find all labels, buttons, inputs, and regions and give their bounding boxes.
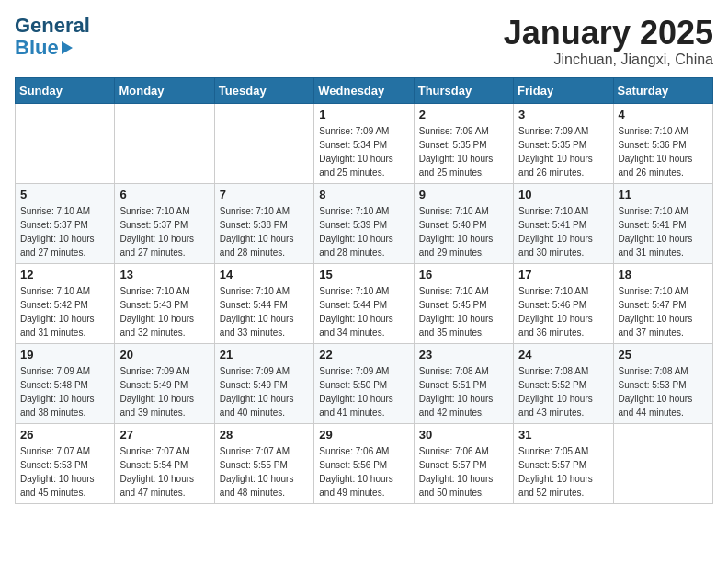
day-info: Sunrise: 7:10 AMSunset: 5:36 PMDaylight:… xyxy=(619,124,708,179)
day-number: 15 xyxy=(319,268,408,282)
logo-general-text: General xyxy=(15,15,90,37)
day-number: 24 xyxy=(518,348,608,362)
calendar-header-wednesday: Wednesday xyxy=(314,77,414,103)
day-info: Sunrise: 7:10 AMSunset: 5:42 PMDaylight:… xyxy=(20,284,109,339)
location-title: Jinchuan, Jiangxi, China xyxy=(504,52,713,68)
calendar-cell: 10Sunrise: 7:10 AMSunset: 5:41 PMDayligh… xyxy=(514,183,613,263)
calendar-cell: 11Sunrise: 7:10 AMSunset: 5:41 PMDayligh… xyxy=(613,183,712,263)
calendar-cell xyxy=(214,103,313,183)
calendar-cell: 1Sunrise: 7:09 AMSunset: 5:34 PMDaylight… xyxy=(314,103,414,183)
day-number: 19 xyxy=(20,348,109,362)
calendar-week-row: 26Sunrise: 7:07 AMSunset: 5:53 PMDayligh… xyxy=(16,423,713,503)
logo-blue-text: Blue xyxy=(15,37,59,59)
calendar-cell: 20Sunrise: 7:09 AMSunset: 5:49 PMDayligh… xyxy=(115,343,214,423)
logo-triangle-icon xyxy=(62,41,73,54)
day-info: Sunrise: 7:06 AMSunset: 5:56 PMDaylight:… xyxy=(319,444,408,500)
day-number: 18 xyxy=(619,268,708,282)
calendar-header-sunday: Sunday xyxy=(16,77,115,103)
day-number: 7 xyxy=(220,188,309,201)
calendar-cell: 23Sunrise: 7:08 AMSunset: 5:51 PMDayligh… xyxy=(414,343,513,423)
day-number: 12 xyxy=(20,268,109,282)
calendar-cell: 4Sunrise: 7:10 AMSunset: 5:36 PMDaylight… xyxy=(613,103,712,183)
calendar-cell: 30Sunrise: 7:06 AMSunset: 5:57 PMDayligh… xyxy=(414,423,513,503)
day-number: 9 xyxy=(419,188,508,201)
calendar-cell: 12Sunrise: 7:10 AMSunset: 5:42 PMDayligh… xyxy=(16,263,115,343)
day-number: 21 xyxy=(220,348,309,362)
calendar-header-tuesday: Tuesday xyxy=(214,77,313,103)
calendar-cell xyxy=(16,103,115,183)
calendar-header-friday: Friday xyxy=(514,77,613,103)
day-number: 31 xyxy=(518,428,608,442)
day-info: Sunrise: 7:10 AMSunset: 5:43 PMDaylight:… xyxy=(119,284,209,339)
calendar-header-monday: Monday xyxy=(115,77,214,103)
day-info: Sunrise: 7:07 AMSunset: 5:54 PMDaylight:… xyxy=(119,444,209,500)
day-info: Sunrise: 7:10 AMSunset: 5:44 PMDaylight:… xyxy=(220,284,309,339)
calendar-cell: 19Sunrise: 7:09 AMSunset: 5:48 PMDayligh… xyxy=(16,343,115,423)
day-info: Sunrise: 7:10 AMSunset: 5:45 PMDaylight:… xyxy=(419,284,508,339)
day-info: Sunrise: 7:10 AMSunset: 5:38 PMDaylight:… xyxy=(220,204,309,259)
calendar-table: SundayMondayTuesdayWednesdayThursdayFrid… xyxy=(15,77,713,504)
calendar-cell: 6Sunrise: 7:10 AMSunset: 5:37 PMDaylight… xyxy=(115,183,214,263)
day-info: Sunrise: 7:07 AMSunset: 5:53 PMDaylight:… xyxy=(20,444,109,500)
calendar-cell xyxy=(613,423,712,503)
day-info: Sunrise: 7:10 AMSunset: 5:37 PMDaylight:… xyxy=(119,204,209,259)
day-number: 10 xyxy=(518,188,608,201)
day-number: 3 xyxy=(518,108,608,121)
day-info: Sunrise: 7:09 AMSunset: 5:49 PMDaylight:… xyxy=(119,364,209,419)
day-number: 16 xyxy=(419,268,508,282)
calendar-cell: 15Sunrise: 7:10 AMSunset: 5:44 PMDayligh… xyxy=(314,263,414,343)
day-info: Sunrise: 7:05 AMSunset: 5:57 PMDaylight:… xyxy=(518,444,608,500)
day-info: Sunrise: 7:09 AMSunset: 5:50 PMDaylight:… xyxy=(319,364,408,419)
title-block: January 2025 Jinchuan, Jiangxi, China xyxy=(504,15,713,68)
calendar-week-row: 1Sunrise: 7:09 AMSunset: 5:34 PMDaylight… xyxy=(16,103,713,183)
calendar-cell: 29Sunrise: 7:06 AMSunset: 5:56 PMDayligh… xyxy=(314,423,414,503)
calendar-header-saturday: Saturday xyxy=(613,77,712,103)
day-info: Sunrise: 7:10 AMSunset: 5:41 PMDaylight:… xyxy=(619,204,708,259)
calendar-cell: 25Sunrise: 7:08 AMSunset: 5:53 PMDayligh… xyxy=(613,343,712,423)
day-info: Sunrise: 7:10 AMSunset: 5:47 PMDaylight:… xyxy=(619,284,708,339)
day-number: 1 xyxy=(319,108,408,121)
day-info: Sunrise: 7:09 AMSunset: 5:34 PMDaylight:… xyxy=(319,124,408,179)
day-number: 5 xyxy=(20,188,109,201)
calendar-header-row: SundayMondayTuesdayWednesdayThursdayFrid… xyxy=(16,77,713,103)
day-info: Sunrise: 7:10 AMSunset: 5:40 PMDaylight:… xyxy=(419,204,508,259)
calendar-cell xyxy=(115,103,214,183)
day-number: 20 xyxy=(119,348,209,362)
calendar-cell: 8Sunrise: 7:10 AMSunset: 5:39 PMDaylight… xyxy=(314,183,414,263)
day-number: 14 xyxy=(220,268,309,282)
day-info: Sunrise: 7:10 AMSunset: 5:41 PMDaylight:… xyxy=(518,204,608,259)
day-info: Sunrise: 7:06 AMSunset: 5:57 PMDaylight:… xyxy=(419,444,508,500)
month-title: January 2025 xyxy=(504,15,713,52)
calendar-cell: 16Sunrise: 7:10 AMSunset: 5:45 PMDayligh… xyxy=(414,263,513,343)
calendar-cell: 7Sunrise: 7:10 AMSunset: 5:38 PMDaylight… xyxy=(214,183,313,263)
day-info: Sunrise: 7:10 AMSunset: 5:44 PMDaylight:… xyxy=(319,284,408,339)
day-number: 27 xyxy=(119,428,209,442)
day-number: 17 xyxy=(518,268,608,282)
day-info: Sunrise: 7:10 AMSunset: 5:39 PMDaylight:… xyxy=(319,204,408,259)
day-number: 23 xyxy=(419,348,508,362)
day-number: 26 xyxy=(20,428,109,442)
calendar-cell: 17Sunrise: 7:10 AMSunset: 5:46 PMDayligh… xyxy=(514,263,613,343)
day-number: 25 xyxy=(619,348,708,362)
day-number: 4 xyxy=(619,108,708,121)
day-info: Sunrise: 7:07 AMSunset: 5:55 PMDaylight:… xyxy=(220,444,309,500)
page-header: General Blue January 2025 Jinchuan, Jian… xyxy=(15,15,713,68)
day-info: Sunrise: 7:09 AMSunset: 5:49 PMDaylight:… xyxy=(220,364,309,419)
calendar-cell: 5Sunrise: 7:10 AMSunset: 5:37 PMDaylight… xyxy=(16,183,115,263)
calendar-cell: 28Sunrise: 7:07 AMSunset: 5:55 PMDayligh… xyxy=(214,423,313,503)
day-number: 30 xyxy=(419,428,508,442)
day-number: 13 xyxy=(119,268,209,282)
calendar-cell: 22Sunrise: 7:09 AMSunset: 5:50 PMDayligh… xyxy=(314,343,414,423)
day-number: 22 xyxy=(319,348,408,362)
calendar-cell: 2Sunrise: 7:09 AMSunset: 5:35 PMDaylight… xyxy=(414,103,513,183)
day-info: Sunrise: 7:08 AMSunset: 5:52 PMDaylight:… xyxy=(518,364,608,419)
day-info: Sunrise: 7:08 AMSunset: 5:51 PMDaylight:… xyxy=(419,364,508,419)
day-info: Sunrise: 7:09 AMSunset: 5:35 PMDaylight:… xyxy=(419,124,508,179)
day-info: Sunrise: 7:10 AMSunset: 5:37 PMDaylight:… xyxy=(20,204,109,259)
calendar-cell: 21Sunrise: 7:09 AMSunset: 5:49 PMDayligh… xyxy=(214,343,313,423)
logo: General Blue xyxy=(15,15,90,59)
day-number: 8 xyxy=(319,188,408,201)
day-info: Sunrise: 7:09 AMSunset: 5:48 PMDaylight:… xyxy=(20,364,109,419)
day-number: 29 xyxy=(319,428,408,442)
calendar-cell: 3Sunrise: 7:09 AMSunset: 5:35 PMDaylight… xyxy=(514,103,613,183)
